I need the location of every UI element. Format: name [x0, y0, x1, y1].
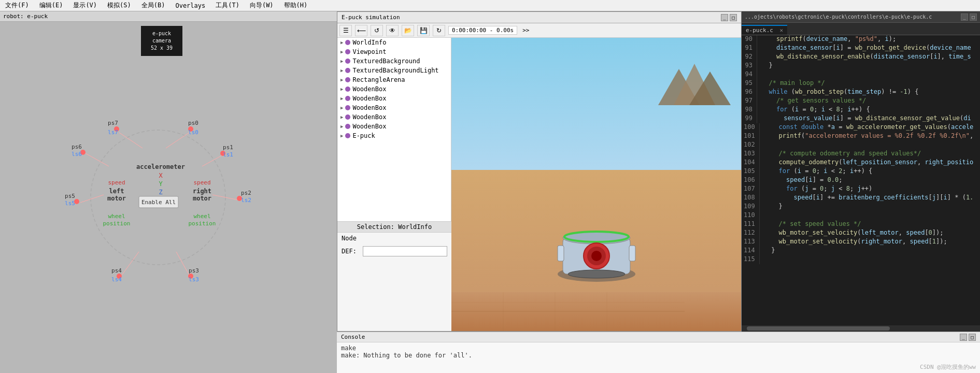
code-restore-btn[interactable]: □ — [970, 13, 977, 21]
menu-item-tools[interactable]: 工具(T) — [214, 1, 242, 10]
def-label: DEF: — [342, 248, 360, 255]
code-line-100: 100 const double *a = wb_accelerometer_g… — [742, 123, 980, 132]
tree-dot — [345, 87, 350, 92]
svg-text:position: position — [103, 220, 131, 227]
left-panel-header: robot: e-puck — [0, 11, 337, 22]
sim-minimize-btn[interactable]: _ — [721, 14, 728, 21]
code-line-113: 113 wb_motor_set_velocity(right_motor, s… — [742, 238, 980, 247]
code-lines: 90 sprintf(device_name, "ps%d", i); 91 d… — [742, 35, 980, 325]
menu-item-overlays[interactable]: Overlays — [173, 2, 207, 10]
menu-item-edit[interactable]: 编辑(E) — [37, 1, 65, 10]
code-line-106: 106 speed[i] = 0.0; — [742, 176, 980, 185]
time-display: 0:00:00:00 - 0.00s — [448, 26, 517, 35]
code-line-114: 114 } — [742, 247, 980, 255]
console-minimize[interactable]: _ — [960, 334, 967, 341]
tree-item-woodenbox4[interactable]: ▶ WoodenBox — [337, 112, 451, 122]
tree-item-woodenbox2[interactable]: ▶ WoodenBox — [337, 94, 451, 103]
svg-text:ps1: ps1 — [223, 144, 233, 151]
code-line-96: 96 while (wb_robot_step(time_step) != -1… — [742, 88, 980, 97]
svg-text:wheel: wheel — [108, 213, 125, 220]
tree-dot — [345, 49, 350, 54]
tree-item-texbglight[interactable]: ▶ TexturedBackgroundLight — [337, 66, 451, 75]
sim-title-bar: E-puck simulation _ □ — [337, 12, 741, 23]
svg-point-61 — [568, 270, 625, 278]
more-btn[interactable]: >> — [522, 27, 529, 34]
svg-text:accelerometer: accelerometer — [136, 163, 185, 170]
console-title-text: Console — [341, 334, 365, 340]
tree-dot — [345, 59, 350, 64]
console-line-1: make — [341, 345, 976, 352]
menu-item-sim[interactable]: 模拟(S) — [105, 1, 133, 10]
sim-restore-btn[interactable]: □ — [730, 14, 737, 21]
svg-line-2 — [166, 133, 189, 148]
tree-arrow: ▶ — [340, 49, 343, 54]
code-line-98: 98 for (i = 0; i < 8; i++) { — [742, 106, 980, 114]
tree-item-viewpoint[interactable]: ▶ Viewpoint — [337, 47, 451, 56]
selection-title: Selection: WorldInfo — [337, 222, 451, 233]
code-line-108: 108 speed[i] += braitenberg_coefficients… — [742, 194, 980, 203]
node-label: Node — [342, 235, 360, 242]
tree-arrow: ▶ — [340, 59, 343, 64]
tree-item-worldinfo[interactable]: ▶ WorldInfo — [337, 38, 451, 47]
tree-dot — [345, 105, 350, 110]
refresh-btn[interactable]: ↻ — [433, 25, 445, 36]
console-line-2: make: Nothing to be done for 'all'. — [341, 352, 976, 359]
tree-item-texbg[interactable]: ▶ TexturedBackground — [337, 56, 451, 66]
code-scrollbar-h[interactable] — [742, 325, 980, 332]
svg-text:ls4: ls4 — [111, 276, 122, 283]
step-back-btn[interactable]: ↺ — [371, 25, 383, 36]
sim-title-text: E-puck simulation — [342, 14, 400, 21]
code-line-90: 90 sprintf(device_name, "ps%d", i); — [742, 35, 980, 44]
svg-text:motor: motor — [107, 195, 126, 202]
menu-item-global[interactable]: 全局(B) — [139, 1, 167, 10]
tree-dot — [345, 40, 350, 45]
code-tab-epuck[interactable]: e-puck.c ✕ — [742, 25, 787, 35]
code-line-102: 102 — [742, 141, 980, 150]
tree-item-woodenbox1[interactable]: ▶ WoodenBox — [337, 84, 451, 94]
code-line-101: 101 printf("accelerometer values = %0.2f… — [742, 132, 980, 141]
tree-arrow: ▶ — [340, 105, 343, 110]
tree-item-rectarena[interactable]: ▶ RectangleArena — [337, 75, 451, 84]
code-line-105: 105 for (i = 0; i < 2; i++) { — [742, 167, 980, 176]
tree-item-epuck[interactable]: ▶ E-puck — [337, 131, 451, 140]
svg-text:ps6: ps6 — [72, 144, 82, 150]
code-minimize-btn[interactable]: _ — [961, 13, 968, 21]
robot-3d-svg — [550, 207, 643, 290]
code-tab-close[interactable]: ✕ — [780, 27, 784, 34]
selection-panel: Selection: WorldInfo Node DEF: — [337, 221, 451, 331]
selection-node-field: Node — [337, 233, 451, 244]
console-title: Console _ □ — [337, 332, 980, 342]
code-line-95: 95 /* main loop */ — [742, 79, 980, 88]
menu-item-wizard[interactable]: 向导(W) — [248, 1, 276, 10]
svg-text:wheel: wheel — [193, 213, 210, 220]
tree-item-woodenbox3[interactable]: ▶ WoodenBox — [337, 103, 451, 112]
svg-line-5 — [80, 195, 104, 203]
menu-item-view[interactable]: 显示(V) — [71, 1, 99, 10]
tree-item-woodenbox5[interactable]: ▶ WoodenBox — [337, 122, 451, 131]
robot-diagram-svg: ps7 ls7 ps0 ls0 ps6 ls6 ps1 ls1 ps5 ls5 … — [0, 22, 337, 373]
svg-text:position: position — [189, 220, 216, 227]
tree-arrow: ▶ — [340, 114, 343, 120]
tree-arrow: ▶ — [340, 96, 343, 101]
open-btn[interactable]: 📂 — [402, 25, 414, 36]
console-restore[interactable]: □ — [969, 334, 976, 341]
menu-item-file[interactable]: 文件(F) — [3, 1, 31, 10]
code-line-107: 107 for (j = 0; j < 8; j++) — [742, 185, 980, 194]
svg-text:ps4: ps4 — [111, 267, 122, 274]
robot-title: robot: e-puck — [3, 13, 48, 20]
def-input[interactable] — [363, 246, 447, 256]
svg-text:ps3: ps3 — [189, 267, 199, 274]
svg-text:ps7: ps7 — [108, 120, 118, 126]
svg-text:ls5: ls5 — [65, 200, 75, 207]
svg-text:ls3: ls3 — [189, 276, 199, 283]
code-line-109: 109 } — [742, 203, 980, 211]
tree-dot — [345, 124, 350, 129]
sim-toolbar: ☰ ⟵ ↺ 👁 📂 💾 ↻ 0:00:00:00 - 0.00s >> — [337, 23, 741, 38]
mountains-svg — [658, 53, 731, 105]
save-btn[interactable]: 💾 — [417, 25, 430, 36]
tree-dot — [345, 96, 350, 101]
sidebar-toggle-btn[interactable]: ☰ — [339, 25, 352, 36]
eye-btn[interactable]: 👁 — [386, 25, 399, 36]
rewind-btn[interactable]: ⟵ — [355, 25, 367, 36]
menu-item-help[interactable]: 帮助(H) — [282, 1, 310, 10]
